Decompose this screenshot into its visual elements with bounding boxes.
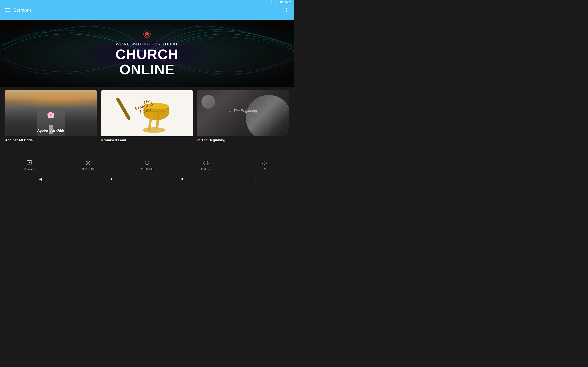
card-image-promised-land: The Promised Land	[101, 90, 193, 136]
podcast-nav-icon	[203, 160, 208, 167]
hero-title: CHURCH ONLINE	[115, 47, 179, 77]
keyboard-button[interactable]: ⠿	[252, 177, 255, 181]
signal-icon	[275, 1, 278, 4]
give-nav-icon	[262, 160, 267, 167]
nav-item-give[interactable]: GIVE	[235, 160, 294, 170]
svg-rect-0	[275, 2, 275, 3]
app-bar: Sermons 10:26 ⋮	[0, 0, 294, 20]
card-title-against-all-odds: Against All Odds	[5, 138, 97, 142]
svg-point-29	[86, 164, 87, 165]
connect-nav-icon	[86, 160, 91, 167]
welcome-nav-label: WELCOME	[141, 168, 154, 170]
nav-item-connect[interactable]: CONNECT	[59, 160, 118, 170]
back-button[interactable]: ◀	[39, 177, 42, 181]
nav-item-welcome[interactable]: WELCOME	[118, 160, 176, 170]
svg-point-8	[146, 33, 148, 35]
overflow-menu-button[interactable]: ⋮	[284, 7, 289, 13]
bottom-nav: Sermons CONNECT WELCOME	[0, 156, 294, 174]
welcome-nav-icon	[144, 160, 150, 167]
home-button[interactable]: ●	[111, 177, 113, 181]
svg-point-20	[243, 96, 289, 136]
battery-icon	[280, 1, 284, 4]
card-image-against-all-odds: 🌸 Against All Odds	[5, 90, 97, 136]
sermon-card-against-all-odds[interactable]: 🌸 Against All Odds Against All Odds	[5, 90, 97, 142]
svg-point-30	[86, 161, 87, 162]
broadcast-icon	[115, 30, 179, 40]
svg-point-31	[89, 164, 90, 165]
recent-button[interactable]: ■	[182, 177, 184, 181]
card-image-in-the-beginning: In The Beginning	[197, 90, 289, 136]
hero-content: WE'RE WAITING FOR YOU AT CHURCH ONLINE	[115, 30, 179, 77]
sermons-nav-icon	[27, 160, 32, 167]
time-display: 10:26	[285, 1, 291, 4]
status-bar: 10:26	[267, 0, 294, 5]
wifi-icon	[270, 1, 273, 4]
svg-rect-5	[280, 2, 282, 3]
system-nav-bar: ◀ ● ■ ⠿	[0, 174, 294, 184]
page-title: Sermons	[13, 8, 32, 13]
card-title-promised-land: Promised Land	[101, 138, 193, 142]
honey-dipper-svg: The Promised Land	[110, 92, 184, 135]
svg-marker-25	[29, 161, 31, 163]
svg-rect-2	[277, 1, 277, 3]
svg-rect-1	[276, 2, 276, 3]
sermon-card-in-the-beginning[interactable]: In The Beginning In The Beginning	[197, 90, 289, 142]
nav-item-podcast[interactable]: Podcast	[176, 160, 235, 170]
connect-nav-label: CONNECT	[82, 168, 95, 170]
hero-subtitle: WE'RE WAITING FOR YOU AT	[115, 42, 179, 46]
svg-rect-6	[283, 2, 284, 2]
podcast-nav-label: Podcast	[201, 168, 210, 170]
nav-item-sermons[interactable]: Sermons	[0, 160, 59, 170]
hamburger-menu[interactable]	[5, 8, 10, 12]
sermon-cards-section: 🌸 Against All Odds Against All Odds	[0, 87, 294, 144]
svg-rect-9	[115, 97, 131, 120]
card-title-in-the-beginning: In The Beginning	[197, 138, 289, 142]
main-content: WE'RE WAITING FOR YOU AT CHURCH ONLINE 🌸	[0, 20, 294, 156]
svg-point-16	[142, 127, 165, 133]
svg-rect-3	[278, 1, 278, 3]
give-nav-label: GIVE	[262, 168, 268, 170]
hero-banner[interactable]: WE'RE WAITING FOR YOU AT CHURCH ONLINE	[0, 20, 294, 87]
sermons-nav-label: Sermons	[24, 168, 35, 170]
svg-point-28	[89, 161, 90, 162]
sermon-card-promised-land[interactable]: The Promised Land Promised Land	[101, 90, 193, 142]
app-bar-left: Sermons	[5, 8, 32, 13]
